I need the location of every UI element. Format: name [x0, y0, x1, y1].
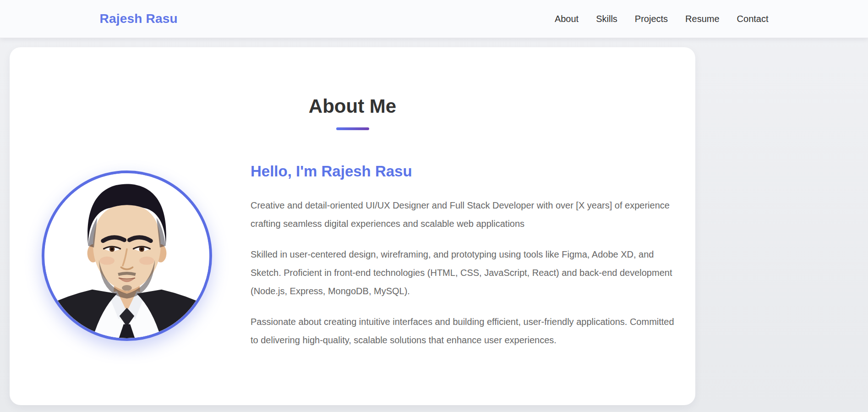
about-content-row: Hello, I'm Rajesh Rasu Creative and deta… — [10, 162, 695, 349]
nav-link-about[interactable]: About — [555, 14, 579, 24]
nav-link-projects[interactable]: Projects — [635, 14, 668, 24]
brand-logo[interactable]: Rajesh Rasu — [100, 11, 178, 26]
navbar-container: Rajesh Rasu About Skills Projects Resume… — [100, 0, 769, 38]
about-paragraph-passion: Passionate about creating intuitive inte… — [251, 313, 679, 349]
about-paragraph-intro: Creative and detail-oriented UI/UX Desig… — [251, 196, 679, 233]
nav-link-resume[interactable]: Resume — [685, 14, 719, 24]
nav-link-skills[interactable]: Skills — [596, 14, 617, 24]
profile-photo-image — [44, 173, 209, 338]
profile-photo — [42, 170, 212, 341]
section-title: About Me — [10, 95, 695, 117]
page: Rajesh Rasu About Skills Projects Resume… — [0, 0, 868, 412]
nav-link-contact[interactable]: Contact — [737, 14, 769, 24]
title-underline-accent — [336, 127, 369, 130]
about-text-column: Hello, I'm Rajesh Rasu Creative and deta… — [251, 162, 679, 349]
about-paragraph-skills: Skilled in user-centered design, wirefra… — [251, 245, 679, 300]
nav-links: About Skills Projects Resume Contact — [555, 14, 769, 24]
navbar: Rajesh Rasu About Skills Projects Resume… — [0, 0, 868, 38]
main-content: About Me — [0, 47, 868, 405]
greeting-heading: Hello, I'm Rajesh Rasu — [251, 162, 679, 181]
about-section-card: About Me — [10, 47, 695, 405]
